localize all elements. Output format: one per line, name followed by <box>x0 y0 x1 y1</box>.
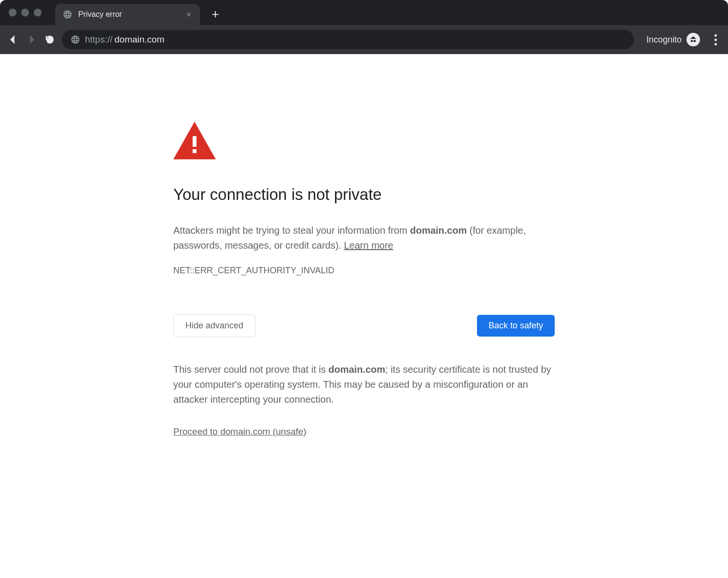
tab-strip: Privacy error + <box>0 0 728 25</box>
address-bar[interactable]: https://domain.com <box>62 30 634 49</box>
browser-tab[interactable]: Privacy error <box>55 4 200 25</box>
url-domain: domain.com <box>114 34 165 45</box>
incognito-label: Incognito <box>646 35 682 45</box>
warning-domain: domain.com <box>410 225 467 236</box>
page-content: Your connection is not private Attackers… <box>0 54 728 437</box>
incognito-icon <box>686 33 700 46</box>
toolbar: https://domain.com Incognito <box>0 25 728 54</box>
proceed-unsafe-link[interactable]: Proceed to domain.com (unsafe) <box>173 426 307 437</box>
svg-rect-1 <box>193 136 196 147</box>
back-button[interactable] <box>7 33 19 46</box>
browser-chrome: Privacy error + https://domain.com Incog… <box>0 0 728 54</box>
menu-button[interactable] <box>710 33 721 46</box>
warning-icon <box>173 122 555 161</box>
close-icon[interactable] <box>185 11 192 18</box>
window-controls <box>9 9 42 16</box>
advanced-description: This server could not prove that it is d… <box>173 362 555 407</box>
window-maximize-button[interactable] <box>34 9 42 16</box>
globe-icon <box>63 10 72 19</box>
button-row: Hide advanced Back to safety <box>173 314 555 337</box>
url-protocol: https:// <box>85 34 112 45</box>
tab-title: Privacy error <box>78 10 180 19</box>
back-to-safety-button[interactable]: Back to safety <box>477 315 555 337</box>
window-close-button[interactable] <box>9 9 16 16</box>
globe-icon <box>70 35 80 44</box>
advanced-domain: domain.com <box>328 364 385 375</box>
new-tab-button[interactable]: + <box>209 7 222 21</box>
warning-description: Attackers might be trying to steal your … <box>173 223 555 253</box>
learn-more-link[interactable]: Learn more <box>344 240 393 251</box>
hide-advanced-button[interactable]: Hide advanced <box>173 314 255 337</box>
forward-button[interactable] <box>25 33 38 46</box>
reload-button[interactable] <box>43 33 56 46</box>
window-minimize-button[interactable] <box>21 9 29 16</box>
error-code: NET::ERR_CERT_AUTHORITY_INVALID <box>173 266 555 276</box>
incognito-indicator: Incognito <box>646 33 700 46</box>
page-heading: Your connection is not private <box>173 185 555 204</box>
svg-rect-2 <box>193 149 196 153</box>
